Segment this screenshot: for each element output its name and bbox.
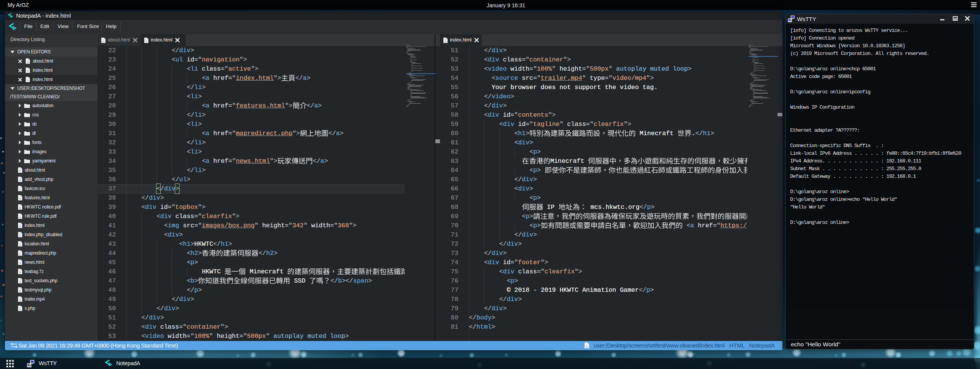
svg-text:χ: χ <box>586 344 588 348</box>
